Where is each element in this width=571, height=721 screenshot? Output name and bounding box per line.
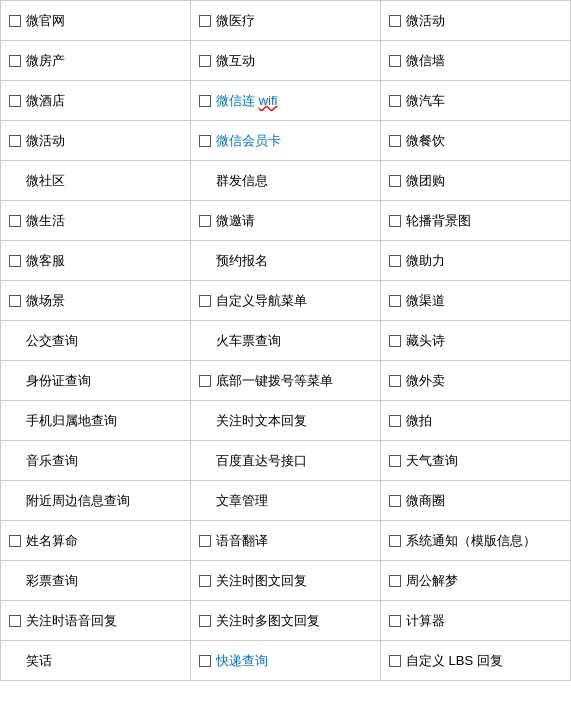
table-row[interactable]: 群发信息 [191, 161, 381, 201]
checkbox-icon[interactable] [389, 615, 401, 627]
table-row[interactable]: 藏头诗 [381, 321, 571, 361]
table-row[interactable]: 快递查询 [191, 641, 381, 681]
checkbox-icon[interactable] [389, 335, 401, 347]
cell-text: 预约报名 [216, 252, 268, 270]
table-row[interactable]: 文章管理 [191, 481, 381, 521]
table-row[interactable]: 语音翻译 [191, 521, 381, 561]
checkbox-icon[interactable] [389, 15, 401, 27]
checkbox-icon[interactable] [199, 575, 211, 587]
table-row[interactable]: 微团购 [381, 161, 571, 201]
table-row[interactable]: 微场景 [1, 281, 191, 321]
table-row[interactable]: 公交查询 [1, 321, 191, 361]
cell-text: 公交查询 [26, 332, 78, 350]
checkbox-icon[interactable] [9, 55, 21, 67]
checkbox-icon[interactable] [389, 455, 401, 467]
checkbox-icon[interactable] [389, 55, 401, 67]
checkbox-icon[interactable] [389, 495, 401, 507]
table-row[interactable]: 姓名算命 [1, 521, 191, 561]
table-row[interactable]: 微助力 [381, 241, 571, 281]
table-row[interactable]: 百度直达号接口 [191, 441, 381, 481]
checkbox-icon[interactable] [199, 295, 211, 307]
cell-text: 关注时图文回复 [216, 572, 307, 590]
feature-grid: 微官网微医疗微活动微房产微互动微信墙微酒店微信连 wifi微汽车微活动微信会员卡… [0, 0, 571, 681]
table-row[interactable]: 微客服 [1, 241, 191, 281]
checkbox-icon[interactable] [199, 95, 211, 107]
checkbox-icon[interactable] [389, 375, 401, 387]
checkbox-icon[interactable] [9, 135, 21, 147]
cell-text: 微互动 [216, 52, 255, 70]
checkbox-icon[interactable] [199, 535, 211, 547]
table-row[interactable]: 轮播背景图 [381, 201, 571, 241]
checkbox-icon[interactable] [199, 615, 211, 627]
checkbox-icon[interactable] [389, 535, 401, 547]
table-row[interactable]: 微拍 [381, 401, 571, 441]
cell-text: 自定义导航菜单 [216, 292, 307, 310]
table-row[interactable]: 微信连 wifi [191, 81, 381, 121]
cell-text: 微酒店 [26, 92, 65, 110]
checkbox-icon[interactable] [199, 215, 211, 227]
cell-text: 微渠道 [406, 292, 445, 310]
table-row[interactable]: 音乐查询 [1, 441, 191, 481]
table-row[interactable]: 手机归属地查询 [1, 401, 191, 441]
table-row[interactable]: 微酒店 [1, 81, 191, 121]
table-row[interactable]: 预约报名 [191, 241, 381, 281]
table-row[interactable]: 系统通知（模版信息） [381, 521, 571, 561]
table-row[interactable]: 微餐饮 [381, 121, 571, 161]
table-row[interactable]: 微邀请 [191, 201, 381, 241]
cell-text: 微信会员卡 [216, 132, 281, 150]
checkbox-icon[interactable] [389, 95, 401, 107]
table-row[interactable]: 微生活 [1, 201, 191, 241]
table-row[interactable]: 附近周边信息查询 [1, 481, 191, 521]
checkbox-icon[interactable] [9, 535, 21, 547]
checkbox-icon[interactable] [389, 215, 401, 227]
table-row[interactable]: 微汽车 [381, 81, 571, 121]
checkbox-icon[interactable] [389, 655, 401, 667]
checkbox-icon[interactable] [199, 375, 211, 387]
checkbox-icon[interactable] [199, 135, 211, 147]
table-row[interactable]: 自定义 LBS 回复 [381, 641, 571, 681]
checkbox-icon[interactable] [9, 15, 21, 27]
table-row[interactable]: 彩票查询 [1, 561, 191, 601]
table-row[interactable]: 天气查询 [381, 441, 571, 481]
table-row[interactable]: 火车票查询 [191, 321, 381, 361]
checkbox-icon[interactable] [9, 295, 21, 307]
table-row[interactable]: 微医疗 [191, 1, 381, 41]
checkbox-icon[interactable] [389, 175, 401, 187]
table-row[interactable]: 微社区 [1, 161, 191, 201]
table-row[interactable]: 笑话 [1, 641, 191, 681]
checkbox-icon[interactable] [389, 255, 401, 267]
checkbox-icon[interactable] [389, 295, 401, 307]
checkbox-icon[interactable] [199, 655, 211, 667]
checkbox-icon[interactable] [9, 615, 21, 627]
checkbox-icon[interactable] [389, 415, 401, 427]
table-row[interactable]: 微商圈 [381, 481, 571, 521]
table-row[interactable]: 微外卖 [381, 361, 571, 401]
checkbox-icon[interactable] [9, 255, 21, 267]
table-row[interactable]: 关注时多图文回复 [191, 601, 381, 641]
table-row[interactable]: 关注时图文回复 [191, 561, 381, 601]
table-row[interactable]: 周公解梦 [381, 561, 571, 601]
table-row[interactable]: 微活动 [381, 1, 571, 41]
table-row[interactable]: 底部一键拨号等菜单 [191, 361, 381, 401]
cell-text: 音乐查询 [26, 452, 78, 470]
cell-text: 关注时语音回复 [26, 612, 117, 630]
table-row[interactable]: 微渠道 [381, 281, 571, 321]
table-row[interactable]: 身份证查询 [1, 361, 191, 401]
table-row[interactable]: 微信墙 [381, 41, 571, 81]
checkbox-icon[interactable] [199, 55, 211, 67]
table-row[interactable]: 自定义导航菜单 [191, 281, 381, 321]
table-row[interactable]: 微活动 [1, 121, 191, 161]
checkbox-icon[interactable] [9, 215, 21, 227]
table-row[interactable]: 微信会员卡 [191, 121, 381, 161]
table-row[interactable]: 关注时文本回复 [191, 401, 381, 441]
checkbox-icon[interactable] [389, 135, 401, 147]
checkbox-icon[interactable] [389, 575, 401, 587]
cell-text: 微医疗 [216, 12, 255, 30]
table-row[interactable]: 微互动 [191, 41, 381, 81]
checkbox-icon[interactable] [199, 15, 211, 27]
checkbox-icon[interactable] [9, 95, 21, 107]
table-row[interactable]: 微官网 [1, 1, 191, 41]
table-row[interactable]: 计算器 [381, 601, 571, 641]
table-row[interactable]: 微房产 [1, 41, 191, 81]
table-row[interactable]: 关注时语音回复 [1, 601, 191, 641]
